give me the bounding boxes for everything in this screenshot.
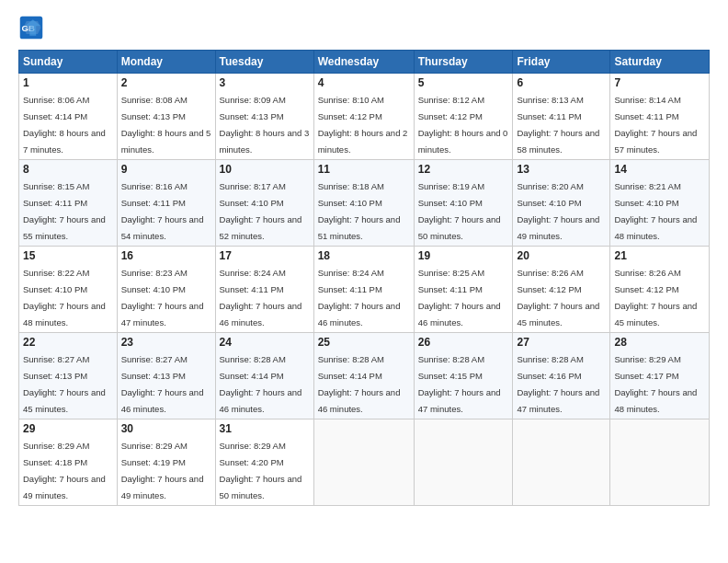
logo: GB xyxy=(18,15,46,40)
day-number: 19 xyxy=(418,249,509,262)
day-number: 21 xyxy=(614,249,705,262)
day-info: Sunrise: 8:28 AMSunset: 4:14 PMDaylight:… xyxy=(318,354,401,414)
calendar-cell: 24 Sunrise: 8:28 AMSunset: 4:14 PMDaylig… xyxy=(215,333,313,419)
calendar-cell: 20 Sunrise: 8:26 AMSunset: 4:12 PMDaylig… xyxy=(513,247,610,333)
day-info: Sunrise: 8:28 AMSunset: 4:16 PMDaylight:… xyxy=(517,354,599,414)
weekday-header-monday: Monday xyxy=(117,51,215,74)
calendar-cell: 18 Sunrise: 8:24 AMSunset: 4:11 PMDaylig… xyxy=(313,247,414,333)
day-info: Sunrise: 8:24 AMSunset: 4:11 PMDaylight:… xyxy=(318,268,401,327)
day-number: 5 xyxy=(418,76,509,89)
day-info: Sunrise: 8:09 AMSunset: 4:13 PMDaylight:… xyxy=(220,95,310,155)
day-info: Sunrise: 8:15 AMSunset: 4:11 PMDaylight:… xyxy=(23,181,106,241)
weekday-header-wednesday: Wednesday xyxy=(313,51,414,74)
day-info: Sunrise: 8:17 AMSunset: 4:10 PMDaylight:… xyxy=(220,181,302,241)
calendar-cell: 14 Sunrise: 8:21 AMSunset: 4:10 PMDaylig… xyxy=(610,160,710,247)
day-number: 31 xyxy=(220,422,310,435)
day-info: Sunrise: 8:26 AMSunset: 4:12 PMDaylight:… xyxy=(614,268,697,327)
day-number: 29 xyxy=(23,422,113,435)
calendar-cell: 21 Sunrise: 8:26 AMSunset: 4:12 PMDaylig… xyxy=(610,247,710,333)
calendar-week-1: 1 Sunrise: 8:06 AMSunset: 4:14 PMDayligh… xyxy=(19,74,710,160)
day-number: 6 xyxy=(517,76,606,89)
day-number: 3 xyxy=(220,76,310,89)
calendar-cell xyxy=(610,419,710,506)
day-number: 14 xyxy=(614,163,705,176)
calendar-cell: 7 Sunrise: 8:14 AMSunset: 4:11 PMDayligh… xyxy=(610,74,710,160)
calendar-table: SundayMondayTuesdayWednesdayThursdayFrid… xyxy=(18,50,710,506)
calendar-cell: 11 Sunrise: 8:18 AMSunset: 4:10 PMDaylig… xyxy=(313,160,414,247)
day-number: 8 xyxy=(23,163,113,176)
calendar-cell xyxy=(313,419,414,506)
day-number: 11 xyxy=(318,163,410,176)
day-number: 16 xyxy=(121,249,211,262)
calendar-cell: 27 Sunrise: 8:28 AMSunset: 4:16 PMDaylig… xyxy=(513,333,610,419)
day-number: 20 xyxy=(517,249,606,262)
day-info: Sunrise: 8:24 AMSunset: 4:11 PMDaylight:… xyxy=(220,268,302,327)
day-info: Sunrise: 8:29 AMSunset: 4:18 PMDaylight:… xyxy=(23,441,106,500)
calendar-cell: 8 Sunrise: 8:15 AMSunset: 4:11 PMDayligh… xyxy=(19,160,118,247)
weekday-header-row: SundayMondayTuesdayWednesdayThursdayFrid… xyxy=(19,51,710,74)
day-info: Sunrise: 8:19 AMSunset: 4:10 PMDaylight:… xyxy=(418,181,501,241)
day-number: 10 xyxy=(220,163,310,176)
day-number: 22 xyxy=(23,336,113,349)
calendar-cell: 13 Sunrise: 8:20 AMSunset: 4:10 PMDaylig… xyxy=(513,160,610,247)
weekday-header-thursday: Thursday xyxy=(414,51,513,74)
calendar-cell: 4 Sunrise: 8:10 AMSunset: 4:12 PMDayligh… xyxy=(313,74,414,160)
day-number: 1 xyxy=(23,76,113,89)
day-info: Sunrise: 8:16 AMSunset: 4:11 PMDaylight:… xyxy=(121,181,204,241)
day-info: Sunrise: 8:25 AMSunset: 4:11 PMDaylight:… xyxy=(418,268,501,327)
day-info: Sunrise: 8:10 AMSunset: 4:12 PMDaylight:… xyxy=(318,95,408,155)
day-info: Sunrise: 8:08 AMSunset: 4:13 PMDaylight:… xyxy=(121,95,211,155)
day-info: Sunrise: 8:28 AMSunset: 4:14 PMDaylight:… xyxy=(220,354,302,414)
calendar-cell: 28 Sunrise: 8:29 AMSunset: 4:17 PMDaylig… xyxy=(610,333,710,419)
day-number: 28 xyxy=(614,336,705,349)
weekday-header-tuesday: Tuesday xyxy=(215,51,313,74)
day-number: 24 xyxy=(220,336,310,349)
weekday-header-saturday: Saturday xyxy=(610,51,710,74)
calendar-cell: 3 Sunrise: 8:09 AMSunset: 4:13 PMDayligh… xyxy=(215,74,313,160)
calendar-cell: 5 Sunrise: 8:12 AMSunset: 4:12 PMDayligh… xyxy=(414,74,513,160)
day-info: Sunrise: 8:27 AMSunset: 4:13 PMDaylight:… xyxy=(121,354,204,414)
day-number: 7 xyxy=(614,76,705,89)
day-number: 27 xyxy=(517,336,606,349)
calendar-cell: 2 Sunrise: 8:08 AMSunset: 4:13 PMDayligh… xyxy=(117,74,215,160)
day-number: 2 xyxy=(121,76,211,89)
day-info: Sunrise: 8:22 AMSunset: 4:10 PMDaylight:… xyxy=(23,268,106,327)
day-number: 15 xyxy=(23,249,113,262)
calendar-cell xyxy=(414,419,513,506)
day-info: Sunrise: 8:29 AMSunset: 4:19 PMDaylight:… xyxy=(121,441,204,500)
day-info: Sunrise: 8:21 AMSunset: 4:10 PMDaylight:… xyxy=(614,181,697,241)
calendar-cell: 6 Sunrise: 8:13 AMSunset: 4:11 PMDayligh… xyxy=(513,74,610,160)
day-info: Sunrise: 8:27 AMSunset: 4:13 PMDaylight:… xyxy=(23,354,106,414)
day-number: 17 xyxy=(220,249,310,262)
day-info: Sunrise: 8:29 AMSunset: 4:20 PMDaylight:… xyxy=(220,441,302,500)
calendar-cell: 16 Sunrise: 8:23 AMSunset: 4:10 PMDaylig… xyxy=(117,247,215,333)
day-number: 9 xyxy=(121,163,211,176)
day-info: Sunrise: 8:26 AMSunset: 4:12 PMDaylight:… xyxy=(517,268,599,327)
page: GB SundayMondayTuesdayWednesdayThursdayF… xyxy=(0,0,728,563)
day-number: 23 xyxy=(121,336,211,349)
calendar-cell: 1 Sunrise: 8:06 AMSunset: 4:14 PMDayligh… xyxy=(19,74,118,160)
header: GB xyxy=(18,15,710,40)
calendar-cell: 12 Sunrise: 8:19 AMSunset: 4:10 PMDaylig… xyxy=(414,160,513,247)
day-number: 30 xyxy=(121,422,211,435)
day-info: Sunrise: 8:06 AMSunset: 4:14 PMDaylight:… xyxy=(23,95,106,155)
day-number: 25 xyxy=(318,336,410,349)
calendar-cell: 29 Sunrise: 8:29 AMSunset: 4:18 PMDaylig… xyxy=(19,419,118,506)
calendar-week-5: 29 Sunrise: 8:29 AMSunset: 4:18 PMDaylig… xyxy=(19,419,710,506)
day-number: 4 xyxy=(318,76,410,89)
calendar-cell: 23 Sunrise: 8:27 AMSunset: 4:13 PMDaylig… xyxy=(117,333,215,419)
day-info: Sunrise: 8:20 AMSunset: 4:10 PMDaylight:… xyxy=(517,181,599,241)
day-info: Sunrise: 8:14 AMSunset: 4:11 PMDaylight:… xyxy=(614,95,697,155)
day-info: Sunrise: 8:18 AMSunset: 4:10 PMDaylight:… xyxy=(318,181,401,241)
day-info: Sunrise: 8:23 AMSunset: 4:10 PMDaylight:… xyxy=(121,268,204,327)
day-info: Sunrise: 8:12 AMSunset: 4:12 PMDaylight:… xyxy=(418,95,508,155)
day-number: 12 xyxy=(418,163,509,176)
calendar-cell: 30 Sunrise: 8:29 AMSunset: 4:19 PMDaylig… xyxy=(117,419,215,506)
day-info: Sunrise: 8:13 AMSunset: 4:11 PMDaylight:… xyxy=(517,95,599,155)
calendar-week-4: 22 Sunrise: 8:27 AMSunset: 4:13 PMDaylig… xyxy=(19,333,710,419)
calendar-week-2: 8 Sunrise: 8:15 AMSunset: 4:11 PMDayligh… xyxy=(19,160,710,247)
weekday-header-sunday: Sunday xyxy=(19,51,118,74)
calendar-cell: 10 Sunrise: 8:17 AMSunset: 4:10 PMDaylig… xyxy=(215,160,313,247)
day-info: Sunrise: 8:28 AMSunset: 4:15 PMDaylight:… xyxy=(418,354,501,414)
calendar-cell: 31 Sunrise: 8:29 AMSunset: 4:20 PMDaylig… xyxy=(215,419,313,506)
